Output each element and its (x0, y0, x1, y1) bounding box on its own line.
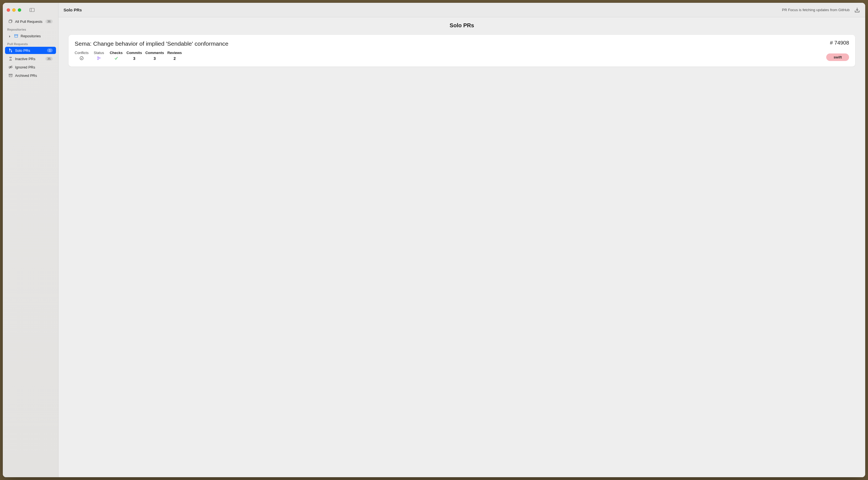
archive-icon (8, 73, 13, 78)
svg-point-14 (97, 57, 98, 57)
sidebar-item-archived-prs[interactable]: Archived PRs (5, 72, 56, 79)
sidebar-item-ignored-prs[interactable]: Ignored PRs (5, 63, 56, 71)
sidebar-inactive-prs-badge: 35 (45, 57, 53, 61)
eye-slash-icon (8, 65, 13, 69)
toolbar-status-text: PR Focus is fetching updates from GitHub (782, 8, 849, 12)
titlebar-left (3, 3, 58, 17)
pr-stat-conflicts-label: Conflicts (75, 51, 89, 55)
pr-stat-reviews-value: 2 (174, 56, 176, 61)
main-pane: Solo PRs PR Focus is fetching updates fr… (59, 3, 865, 477)
sidebar-solo-prs-badge: 1 (47, 49, 53, 52)
sidebar-repositories-label: Repositories (21, 34, 53, 38)
sidebar-section-header-repos: Repositories (3, 26, 58, 32)
pr-stat-commits-value: 3 (133, 56, 135, 61)
download-button[interactable] (854, 7, 860, 13)
pr-card-body: Conflicts Status (75, 51, 849, 61)
sidebar-item-solo-prs[interactable]: Solo PRs 1 (5, 47, 56, 54)
svg-rect-3 (9, 20, 12, 23)
pr-stat-comments: Comments 3 (146, 51, 164, 61)
pr-card-header: Sema: Change behavior of implied 'Sendab… (75, 40, 849, 47)
sidebar-all-prs-label: All Pull Requests (15, 20, 43, 24)
traffic-lights (7, 8, 21, 12)
sidebar-section-header-prs: Pull Requests (3, 40, 58, 46)
archive-box-icon (14, 34, 19, 38)
check-circle-icon (80, 56, 84, 61)
pr-stat-reviews-label: Reviews (167, 51, 182, 55)
svg-line-9 (9, 65, 12, 68)
svg-point-7 (11, 52, 12, 52)
toolbar-title: Solo PRs (63, 7, 82, 12)
svg-point-15 (97, 59, 98, 60)
page-heading: Solo PRs (59, 17, 865, 35)
svg-point-13 (80, 57, 83, 60)
sidebar-ignored-prs-label: Ignored PRs (15, 65, 53, 69)
svg-rect-11 (9, 75, 12, 77)
svg-rect-5 (15, 35, 18, 37)
stack-icon (8, 19, 13, 24)
sidebar-item-inactive-prs[interactable]: Inactive PRs 35 (5, 55, 56, 62)
pr-stat-comments-label: Comments (146, 51, 164, 55)
pr-title: Sema: Change behavior of implied 'Sendab… (75, 40, 228, 47)
sidebar: All Pull Requests 36 Repositories Reposi… (3, 3, 59, 477)
toggle-sidebar-button[interactable] (30, 8, 35, 12)
merge-icon (8, 48, 13, 53)
pr-card[interactable]: Sema: Change behavior of implied 'Sendab… (68, 35, 855, 67)
hourglass-icon (8, 57, 13, 61)
pr-stat-conflicts-value (80, 56, 84, 61)
pr-stat-checks-label: Checks (110, 51, 123, 55)
pr-stat-status-label: Status (94, 51, 104, 55)
sidebar-all-prs-badge: 36 (45, 20, 53, 23)
checkmark-icon (114, 56, 118, 61)
sidebar-item-repositories[interactable]: Repositories (5, 32, 56, 39)
pr-stat-commits: Commits 3 (126, 51, 142, 61)
pr-stat-commits-label: Commits (126, 51, 142, 55)
chevron-right-icon[interactable] (8, 34, 11, 37)
svg-point-16 (99, 57, 100, 58)
sidebar-item-all-prs[interactable]: All Pull Requests 36 (5, 18, 56, 25)
content-area: Solo PRs Sema: Change behavior of implie… (59, 17, 865, 477)
svg-rect-0 (30, 8, 35, 12)
pr-stat-checks-value (114, 56, 118, 61)
pr-number: # 74908 (830, 40, 849, 46)
sidebar-solo-prs-label: Solo PRs (15, 49, 45, 53)
window-minimize-button[interactable] (12, 8, 16, 12)
pr-stat-conflicts: Conflicts (75, 51, 89, 61)
toolbar: Solo PRs PR Focus is fetching updates fr… (59, 3, 865, 17)
pr-stat-status: Status (92, 51, 106, 61)
window-close-button[interactable] (7, 8, 10, 12)
pr-stat-comments-value: 3 (154, 56, 156, 61)
pr-repo-tag: swift (826, 54, 849, 61)
pr-stat-status-value (97, 56, 101, 61)
window-zoom-button[interactable] (18, 8, 21, 12)
sidebar-archived-prs-label: Archived PRs (15, 73, 53, 78)
pr-stat-checks: Checks (109, 51, 123, 61)
sidebar-inactive-prs-label: Inactive PRs (15, 57, 43, 61)
pr-stats: Conflicts Status (75, 51, 182, 61)
app-window: All Pull Requests 36 Repositories Reposi… (3, 3, 865, 477)
svg-point-6 (9, 49, 10, 50)
branch-icon (97, 56, 101, 61)
pr-stat-reviews: Reviews 2 (167, 51, 182, 61)
